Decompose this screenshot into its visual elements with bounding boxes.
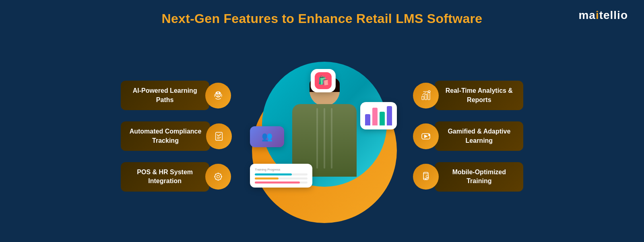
right-features: Real-Time Analytics &Reports Gam <box>417 81 523 191</box>
svg-rect-17 <box>422 96 424 99</box>
feature-icon-pos-hr <box>205 164 231 190</box>
logo: maitellio <box>578 9 628 22</box>
feature-label-gamified: Gamified & AdaptiveLearning <box>435 121 523 151</box>
progress-label: Training Progress <box>255 168 308 171</box>
svg-point-3 <box>219 92 220 94</box>
center-image-area: 🛍️ 👥 Training Progress <box>248 50 401 223</box>
feature-icon-gamified <box>413 123 439 149</box>
feature-label-compliance: Automated ComplianceTracking <box>121 121 211 151</box>
feature-item-gamified: Gamified & AdaptiveLearning <box>417 121 523 151</box>
feature-icon-compliance <box>206 123 232 149</box>
feature-item-analytics: Real-Time Analytics &Reports <box>417 81 523 110</box>
svg-rect-4 <box>216 132 223 140</box>
header: Next-Gen Features to Enhance Retail LMS … <box>0 0 644 30</box>
logo-text: maitellio <box>578 9 628 21</box>
content-area: AI-Powered LearningPaths <box>0 30 644 242</box>
feature-icon-analytics <box>413 83 439 108</box>
feature-item-compliance: Automated ComplianceTracking <box>121 121 232 151</box>
svg-rect-19 <box>428 92 430 99</box>
svg-point-2 <box>216 92 217 94</box>
feature-item-ai-paths: AI-Powered LearningPaths <box>121 81 232 110</box>
svg-marker-23 <box>425 135 427 138</box>
svg-point-28 <box>425 179 426 180</box>
feature-label-analytics: Real-Time Analytics &Reports <box>435 81 523 110</box>
feature-label-ai-paths: AI-Powered LearningPaths <box>121 81 209 110</box>
svg-rect-18 <box>425 94 427 99</box>
floating-progress-card: Training Progress <box>250 164 312 188</box>
feature-item-mobile: Mobile-OptimizedTraining <box>417 162 523 192</box>
feature-icon-ai-paths <box>205 83 231 108</box>
page-container: Next-Gen Features to Enhance Retail LMS … <box>0 0 644 242</box>
feature-label-mobile: Mobile-OptimizedTraining <box>435 162 523 192</box>
main-title: Next-Gen Features to Enhance Retail LMS … <box>0 11 644 26</box>
feature-item-pos-hr: POS & HR SystemIntegration <box>121 162 232 192</box>
svg-point-24 <box>429 134 430 136</box>
svg-point-8 <box>217 175 219 178</box>
feature-label-pos-hr: POS & HR SystemIntegration <box>121 162 209 192</box>
floating-shop-card: 🛍️ <box>311 69 336 92</box>
floating-chart-card <box>360 102 397 129</box>
floating-people-card: 👥 <box>250 126 284 147</box>
left-features: AI-Powered LearningPaths <box>121 81 232 191</box>
